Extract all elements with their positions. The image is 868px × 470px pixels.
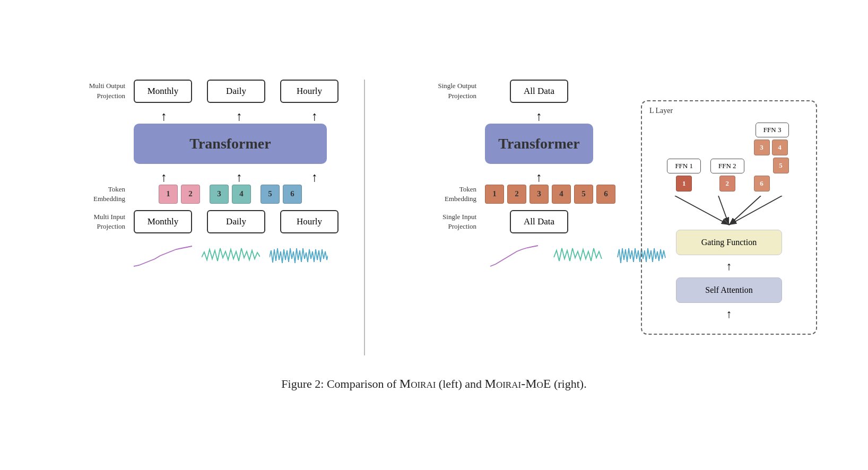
caption-moirai: Moirai xyxy=(400,377,436,390)
ffn-1-tokens: 1 xyxy=(676,176,692,192)
output-all-data: All Data xyxy=(510,80,568,103)
figure-caption: Figure 2: Comparison of Moirai (left) an… xyxy=(281,377,586,391)
transformer-row-left: Transformer xyxy=(51,124,327,164)
svg-line-0 xyxy=(675,196,729,225)
transformer-row-right: Transformer xyxy=(402,124,593,164)
arrow-gating-to-self: ↑ xyxy=(726,259,732,273)
arrow-row-bottom: ↑ ↑ ↑ xyxy=(51,170,327,185)
arrow-row-right-top: ↑ xyxy=(402,109,593,124)
arrow-up-daily: ↑ xyxy=(209,109,270,124)
token-r4: 4 xyxy=(552,185,571,204)
l-layer-box: L Layer FFN 1 1 FFN 2 2 xyxy=(641,100,817,335)
waveforms-left xyxy=(51,244,327,271)
waveform-daily-left xyxy=(202,244,260,271)
token-group-pink: 1 2 xyxy=(159,185,200,204)
single-input-label: Single InputProjection xyxy=(402,212,476,231)
l-layer-label: L Layer xyxy=(649,107,673,115)
input-monthly: Monthly xyxy=(134,210,192,233)
token-r2: 2 xyxy=(507,185,526,204)
arrow-into-self: ↑ xyxy=(726,307,732,321)
waveform-hourly-left xyxy=(270,244,328,271)
vertical-divider xyxy=(364,80,365,355)
left-diagram: Multi OutputProjection Monthly Daily Hou… xyxy=(51,80,327,271)
transformer-left: Transformer xyxy=(134,124,327,164)
token-embedding-row-left: TokenEmbedding 1 2 3 4 5 6 xyxy=(51,185,327,204)
ffn-2-tokens: 2 xyxy=(719,176,735,192)
output-daily: Daily xyxy=(207,80,265,103)
multi-input-label: Multi InputProjection xyxy=(51,212,125,231)
self-attention-box: Self Attention xyxy=(676,277,782,303)
arrow-up-monthly: ↑ xyxy=(134,109,194,124)
ffn-3-label: FFN 3 xyxy=(756,123,789,137)
ffn-1-label: FFN 1 xyxy=(667,159,701,173)
single-input-row: Single InputProjection All Data xyxy=(402,210,593,233)
ffn-2-group: FFN 2 2 xyxy=(710,159,744,192)
ffn-2-label: FFN 2 xyxy=(710,159,744,173)
caption-prefix: Figure 2: Comparison of xyxy=(281,377,399,390)
token-3: 3 xyxy=(210,185,229,204)
transformer-right: Transformer xyxy=(485,124,593,164)
input-all-data: All Data xyxy=(510,210,568,233)
input-daily: Daily xyxy=(207,210,265,233)
caption-suffix: (right). xyxy=(551,377,586,390)
gating-function-box: Gating Function xyxy=(676,230,782,255)
multi-output-boxes: Monthly Daily Hourly xyxy=(134,80,338,103)
ffn-3-token-3: 3 xyxy=(754,140,770,155)
multi-output-label: Multi OutputProjection xyxy=(51,81,125,100)
ffn-3-token-5: 5 xyxy=(773,158,789,173)
diagrams-row: Multi OutputProjection Monthly Daily Hou… xyxy=(32,80,836,355)
single-output-row: Single OutputProjection All Data xyxy=(402,80,593,103)
ffn-3-group: FFN 3 3 4 5 6 xyxy=(754,123,791,192)
ffn-3-token-6: 6 xyxy=(754,176,770,192)
multi-output-row: Multi OutputProjection Monthly Daily Hou… xyxy=(51,80,327,103)
token-embedding-row-right: TokenEmbedding 1 2 3 4 5 6 xyxy=(402,185,593,204)
arrow-up-alldata-out: ↑ xyxy=(536,109,542,124)
ffn-1-group: FFN 1 1 xyxy=(667,159,701,192)
output-monthly: Monthly xyxy=(134,80,192,103)
multi-input-boxes: Monthly Daily Hourly xyxy=(134,210,338,233)
arrow-up2-hourly: ↑ xyxy=(284,170,345,185)
output-hourly: Hourly xyxy=(280,80,338,103)
token-r1: 1 xyxy=(485,185,504,204)
ffn-2-token-2: 2 xyxy=(719,176,735,192)
ffn-3-tokens: 3 4 5 6 xyxy=(754,140,791,192)
single-output-label: Single OutputProjection xyxy=(402,81,476,100)
token-5: 5 xyxy=(261,185,280,204)
input-hourly: Hourly xyxy=(280,210,338,233)
ffn-1-token-1: 1 xyxy=(676,176,692,192)
token-4: 4 xyxy=(232,185,251,204)
waveform-monthly-left xyxy=(134,244,192,271)
token-r5: 5 xyxy=(574,185,593,204)
arrow-row-top: ↑ ↑ ↑ xyxy=(51,109,327,124)
ffn-to-gating-arrows xyxy=(655,196,803,228)
token-group-blue: 5 6 xyxy=(261,185,302,204)
main-container: Multi OutputProjection Monthly Daily Hou… xyxy=(0,58,868,412)
ffn-3-token-4: 4 xyxy=(772,140,788,155)
waveform-daily-right xyxy=(549,244,607,271)
right-diagram: Single OutputProjection All Data ↑ Trans… xyxy=(402,80,593,271)
token-embedding-label-left: TokenEmbedding xyxy=(51,185,125,204)
token-r3: 3 xyxy=(530,185,549,204)
arrow-up-hourly: ↑ xyxy=(284,109,345,124)
ffn-row: FFN 1 1 FFN 2 2 FFN 3 3 xyxy=(667,123,791,192)
waveform-monthly-right xyxy=(485,244,543,271)
token-1: 1 xyxy=(159,185,178,204)
arrow-up2-monthly: ↑ xyxy=(134,170,194,185)
caption-middle: (left) and xyxy=(436,377,484,390)
token-group-teal: 3 4 xyxy=(210,185,251,204)
token-embedding-label-right: TokenEmbedding xyxy=(402,185,476,204)
arrow-up2-daily: ↑ xyxy=(209,170,270,185)
arrow-up-tokens-right: ↑ xyxy=(536,170,542,185)
token-6: 6 xyxy=(283,185,302,204)
arrow-row-right-mid: ↑ xyxy=(402,170,593,185)
waveforms-right xyxy=(402,244,593,271)
token-r6: 6 xyxy=(596,185,615,204)
multi-input-row: Multi InputProjection Monthly Daily Hour… xyxy=(51,210,327,233)
caption-moirai-moe: Moirai-MoE xyxy=(485,377,551,390)
arrows-svg xyxy=(655,196,803,228)
token-2: 2 xyxy=(181,185,200,204)
